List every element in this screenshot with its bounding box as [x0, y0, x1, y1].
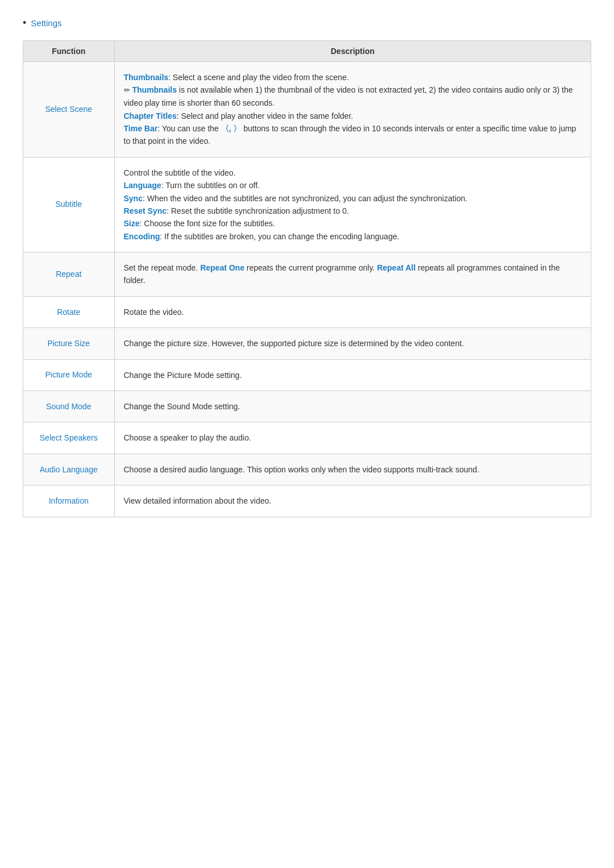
highlight-text: Chapter Titles — [124, 111, 177, 121]
description-line: Sync: When the video and the subtitles a… — [124, 194, 468, 203]
table-row: Sound ModeChange the Sound Mode setting. — [23, 391, 591, 422]
table-row: Audio LanguageChoose a desired audio lan… — [23, 454, 591, 485]
description-cell: Choose a speaker to play the audio. — [114, 422, 591, 454]
table-row: SubtitleControl the subtitle of the vide… — [23, 157, 591, 252]
description-line: Change the Picture Mode setting. — [124, 371, 242, 380]
description-line: Control the subtitle of the video. — [124, 168, 236, 177]
highlight-text: 〈, 〉 — [221, 124, 242, 133]
table-row: Picture SizeChange the picture size. How… — [23, 328, 591, 359]
table-row: Select SpeakersChoose a speaker to play … — [23, 422, 591, 454]
highlight-text: Thumbnails — [124, 73, 169, 82]
function-cell: Subtitle — [23, 157, 114, 252]
description-cell: Rotate the video. — [114, 296, 591, 327]
description-line: Reset Sync: Reset the subtitle synchroni… — [124, 206, 349, 215]
table-row: Picture ModeChange the Picture Mode sett… — [23, 359, 591, 391]
description-cell: Thumbnails: Select a scene and play the … — [114, 62, 591, 157]
settings-table-wrapper: Function Description Select SceneThumbna… — [23, 40, 591, 517]
description-line: Choose a desired audio language. This op… — [124, 465, 479, 474]
highlight-text: Repeat All — [377, 263, 416, 272]
function-cell: Repeat — [23, 252, 114, 297]
description-line: Change the Sound Mode setting. — [124, 402, 240, 411]
highlight-text: Language — [124, 181, 161, 190]
description-cell: Control the subtitle of the video.Langua… — [114, 157, 591, 252]
description-line: Time Bar: You can use the 〈, 〉 buttons t… — [124, 124, 576, 146]
highlight-text: Time Bar — [124, 124, 158, 133]
settings-table: Function Description Select SceneThumbna… — [23, 41, 591, 517]
table-row: RotateRotate the video. — [23, 296, 591, 327]
description-line: Set the repeat mode. Repeat One repeats … — [124, 263, 560, 285]
description-line: Choose a speaker to play the audio. — [124, 433, 251, 442]
highlight-text: Thumbnails — [130, 85, 177, 94]
breadcrumb: • Settings — [23, 17, 591, 29]
table-header-row: Function Description — [23, 41, 591, 62]
description-cell: Set the repeat mode. Repeat One repeats … — [114, 252, 591, 297]
highlight-text: Encoding — [124, 232, 160, 241]
description-line: ✏ Thumbnails is not available when 1) th… — [124, 85, 573, 107]
function-cell: Audio Language — [23, 454, 114, 485]
function-cell: Select Scene — [23, 62, 114, 157]
description-column-header: Description — [114, 41, 591, 62]
description-line: Encoding: If the subtitles are broken, y… — [124, 232, 400, 241]
description-line: Thumbnails: Select a scene and play the … — [124, 73, 349, 82]
function-cell: Rotate — [23, 296, 114, 327]
highlight-text: Sync — [124, 194, 143, 203]
settings-link[interactable]: Settings — [31, 18, 61, 28]
description-cell: Change the picture size. However, the su… — [114, 328, 591, 359]
description-cell: Choose a desired audio language. This op… — [114, 454, 591, 485]
description-line: Language: Turn the subtitles on or off. — [124, 181, 260, 190]
table-row: InformationView detailed information abo… — [23, 485, 591, 517]
highlight-text: Reset Sync — [124, 206, 167, 215]
bullet-icon: • — [23, 17, 26, 29]
function-column-header: Function — [23, 41, 114, 62]
table-row: Select SceneThumbnails: Select a scene a… — [23, 62, 591, 157]
description-cell: Change the Picture Mode setting. — [114, 359, 591, 391]
highlight-text: Repeat One — [200, 263, 244, 272]
function-cell: Information — [23, 485, 114, 517]
function-cell: Picture Mode — [23, 359, 114, 391]
function-cell: Sound Mode — [23, 391, 114, 422]
note-icon: ✏ — [124, 86, 130, 94]
highlight-text: Size — [124, 219, 140, 228]
description-line: Size: Choose the font size for the subti… — [124, 219, 275, 228]
function-cell: Select Speakers — [23, 422, 114, 454]
description-line: View detailed information about the vide… — [124, 496, 272, 505]
description-cell: Change the Sound Mode setting. — [114, 391, 591, 422]
description-cell: View detailed information about the vide… — [114, 485, 591, 517]
function-cell: Picture Size — [23, 328, 114, 359]
table-row: RepeatSet the repeat mode. Repeat One re… — [23, 252, 591, 297]
description-line: Rotate the video. — [124, 308, 184, 317]
description-line: Change the picture size. However, the su… — [124, 339, 464, 348]
description-line: Chapter Titles: Select and play another … — [124, 111, 354, 121]
